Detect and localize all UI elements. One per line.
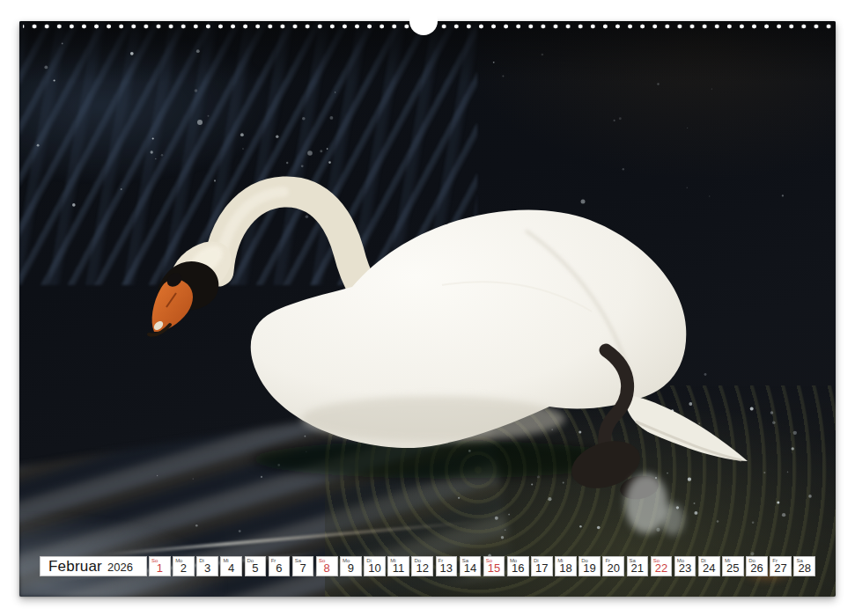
day-cell: Mo 23 [674,556,697,576]
day-number: 16 [512,562,524,575]
day-cell: Di 10 [364,556,386,576]
day-number: 18 [559,562,571,575]
day-cell: So 22 [651,556,673,576]
day-cell: Sa 14 [460,556,482,576]
water-splash [625,473,667,533]
day-cell: Mo 16 [507,556,529,576]
day-number: 23 [679,562,691,575]
weekday-label: So [151,558,158,563]
calendar-page: Februar 2026 So 1 Mo 2 Di 3 Mi 4 Do 5 Fr… [19,21,836,597]
hanger-hole [409,7,438,35]
day-number: 25 [726,562,739,575]
day-cell: Fr 6 [269,556,291,576]
day-number: 3 [204,562,210,575]
day-number: 10 [368,562,380,575]
swan-belly-shade [301,396,565,442]
day-cell: So 8 [316,556,338,576]
weekday-label: Fr [271,558,276,563]
weekday-label: Do [247,558,254,563]
day-cell: So 15 [483,556,505,576]
day-number: 4 [228,562,234,575]
day-number: 13 [440,562,453,575]
day-number: 1 [157,562,163,575]
day-cell: Mi 18 [555,556,577,576]
swan-tail [625,394,748,461]
weekday-label: Fr [439,558,444,563]
weekday-label: Sa [630,558,636,563]
day-number: 26 [750,562,763,575]
weekday-label: Mo [175,558,182,563]
day-cell: Do 26 [746,556,768,576]
weekday-label: Do [414,558,421,563]
water-splash [661,503,684,535]
month-box: Februar 2026 [40,556,147,576]
day-number: 11 [393,562,405,575]
weekday-label: Do [581,558,588,563]
day-cell: Mi 25 [722,556,744,576]
day-number: 8 [324,562,330,575]
day-cell: Fr 27 [770,556,792,576]
day-cell: Di 17 [531,556,553,576]
day-cell: Sa 28 [793,556,815,576]
day-cell: So 1 [149,556,171,576]
weekday-label: Fr [772,558,778,563]
photo-scene: Februar 2026 So 1 Mo 2 Di 3 Mi 4 Do 5 Fr… [19,21,836,597]
day-cell: Fr 20 [602,556,624,576]
day-number: 28 [798,562,810,575]
day-number: 22 [655,562,667,575]
day-cell: Do 19 [579,556,601,576]
day-number: 14 [464,562,476,575]
weekday-label: Fr [605,558,610,563]
day-cell: Do 5 [245,556,267,576]
day-number: 6 [276,562,282,575]
weekday-label: Mo [677,558,684,563]
swan-illustration [19,21,836,597]
calendar-product-image: Februar 2026 So 1 Mo 2 Di 3 Mi 4 Do 5 Fr… [0,0,855,616]
weekday-label: Di [701,558,706,563]
day-row: So 1 Mo 2 Di 3 Mi 4 Do 5 Fr 6 Sa 7 So 8 … [149,556,815,576]
weekday-label: Di [534,558,539,563]
day-number: 27 [774,562,786,575]
day-cell: Mi 11 [387,556,409,576]
day-cell: Mi 4 [220,556,242,576]
day-number: 12 [416,562,428,575]
weekday-label: Mo [343,558,350,563]
day-number: 19 [583,562,595,575]
day-number: 21 [631,562,644,575]
day-number: 9 [348,562,354,575]
day-number: 5 [252,562,258,575]
day-cell: Di 24 [698,556,720,576]
day-number: 17 [535,562,548,575]
day-number: 24 [703,562,715,575]
day-cell: Mo 9 [340,556,362,576]
day-cell: Di 3 [196,556,218,576]
day-number: 2 [181,562,187,575]
day-cell: Sa 21 [627,556,649,576]
weekday-label: Do [748,558,755,563]
weekday-label: Mi [223,558,228,563]
weekday-label: Sa [462,558,468,563]
weekday-label: Sa [796,558,802,563]
day-cell: Do 12 [411,556,433,576]
weekday-label: Mi [557,558,563,563]
year-label: 2026 [107,560,133,573]
weekday-label: Di [366,558,372,563]
weekday-label: Mi [390,558,395,563]
weekday-label: Di [199,558,204,563]
date-strip: Februar 2026 So 1 Mo 2 Di 3 Mi 4 Do 5 Fr… [19,556,836,577]
day-cell: Fr 13 [436,556,458,576]
day-number: 7 [299,562,306,575]
day-number: 20 [607,562,619,575]
day-cell: Mo 2 [173,556,195,576]
day-number: 15 [488,562,500,575]
weekday-label: So [486,558,492,563]
day-cell: Sa 7 [292,556,314,576]
weekday-label: Mo [510,558,517,563]
month-label: Februar [48,559,102,574]
weekday-label: Sa [295,558,301,563]
weekday-label: So [319,558,325,563]
weekday-label: Mi [725,558,730,563]
weekday-label: So [653,558,660,563]
